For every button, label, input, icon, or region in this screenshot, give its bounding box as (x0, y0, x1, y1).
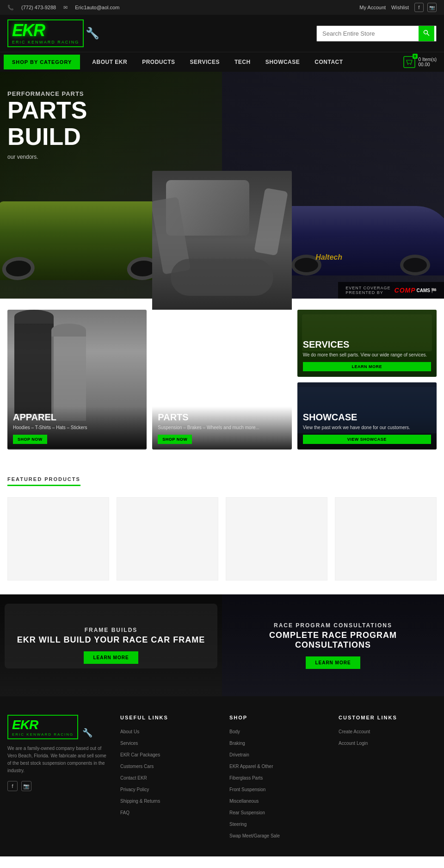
footer-shop-drivetrain[interactable]: Drivetrain (229, 752, 249, 757)
cart-icon[interactable]: 0 0 Item(s) 00.00 (403, 56, 440, 69)
product-item[interactable] (117, 497, 218, 581)
search-box (316, 25, 437, 42)
footer-shop-steering[interactable]: Steering (229, 822, 247, 827)
frame-builds-title: EKR WILL BUILD YOUR RACE CAR FRAME (17, 635, 205, 645)
footer-logo-text: EKR (12, 718, 74, 732)
parts-card[interactable]: PARTS Suspension – Brakes – Wheels and m… (152, 171, 291, 450)
wrench-icon: 🔧 (86, 27, 99, 40)
showcase-title: SHOWCASE (303, 412, 431, 423)
footer-shop-front-suspension[interactable]: Front Suspension (229, 787, 265, 792)
top-bar: 📞 (772) 473-9288 ✉ Eric1auto@aol.com My … (0, 0, 444, 15)
footer-link-shipping[interactable]: Shipping & Returns (120, 799, 160, 804)
footer-customer-links-col: CUSTOMER LINKS Create Account Account Lo… (339, 715, 437, 843)
product-item[interactable] (335, 497, 437, 581)
apparel-shop-now-button[interactable]: SHOP NOW (13, 435, 47, 444)
footer-link-services[interactable]: Services (120, 741, 138, 746)
footer-create-account[interactable]: Create Account (339, 729, 370, 734)
hero-vendors-text: our vendors. (7, 154, 87, 160)
grid-section: APPAREL Hoodies – T-Shirts – Hats – Stic… (0, 299, 444, 461)
showcase-card[interactable]: SHOWCASE View the past work we have done… (297, 382, 437, 450)
footer-shop-misc[interactable]: Miscellaneous (229, 799, 259, 804)
frame-builds-sub: FRAME BUILDS (17, 627, 205, 633)
footer-shop-rear-suspension[interactable]: Rear Suspension (229, 810, 265, 815)
wishlist-link[interactable]: Wishlist (391, 5, 409, 10)
event-coverage-text: EVENT COVERAGE PRESENTED BY (345, 286, 390, 295)
nav-tech[interactable]: TECH (227, 52, 258, 72)
footer-logo-col: EKR ERIC KENWARD RACING 🔧 We are a famil… (7, 715, 109, 843)
footer-link-privacy[interactable]: Privacy Policy (120, 787, 149, 792)
footer-shop-apparel[interactable]: EKR Apparel & Other (229, 764, 273, 769)
footer-instagram-icon[interactable]: 📷 (21, 781, 31, 791)
product-item[interactable] (7, 497, 109, 581)
footer-link-customers-cars[interactable]: Customers Cars (120, 764, 154, 769)
parts-overlay: PARTS Suspension – Brakes – Wheels and m… (152, 406, 291, 450)
nav-contact[interactable]: CONTACT (307, 52, 350, 72)
comp-cams-logo: COMP CAMS 🏁 (395, 287, 437, 294)
apparel-desc: Hoodies – T-Shirts – Hats – Stickers (13, 425, 141, 431)
footer: EKR ERIC KENWARD RACING 🔧 We are a famil… (0, 696, 444, 856)
my-account-link[interactable]: My Account (359, 5, 386, 10)
banners-section: FRAME BUILDS EKR WILL BUILD YOUR RACE CA… (0, 594, 444, 696)
showcase-view-button[interactable]: VIEW SHOWCASE (303, 435, 431, 444)
footer-shop-fiberglass[interactable]: Fiberglass Parts (229, 775, 263, 781)
nav-links: ABOUT EKR PRODUCTS SERVICES TECH SHOWCAS… (85, 52, 350, 72)
frame-builds-learn-more-button[interactable]: LEARN MORE (84, 651, 138, 664)
footer-link-about[interactable]: About Us (120, 729, 139, 734)
hero-bottom-bar: EVENT COVERAGE PRESENTED BY COMP CAMS 🏁 (338, 282, 444, 299)
footer-link-contact-ekr[interactable]: Contact EKR (120, 775, 147, 781)
top-bar-right: My Account Wishlist f 📷 (359, 3, 437, 12)
footer-desc: We are a family-owned company based out … (7, 745, 109, 774)
footer-shop-heading: SHOP (229, 715, 327, 720)
logo-text: EKR (12, 22, 79, 39)
logo-sub: ERIC KENWARD RACING (12, 40, 79, 44)
logo[interactable]: EKR ERIC KENWARD RACING 🔧 (7, 19, 99, 47)
featured-section: FEATURED PRODUCTS (0, 461, 444, 585)
footer-customer-links-list: Create Account Account Login (339, 727, 437, 747)
footer-account-login[interactable]: Account Login (339, 741, 368, 746)
apparel-card[interactable]: APPAREL Hoodies – T-Shirts – Hats – Stic… (7, 310, 147, 450)
footer-link-ekr-packages[interactable]: EKR Car Packages (120, 752, 160, 757)
product-item[interactable] (226, 497, 327, 581)
search-button[interactable] (419, 26, 434, 41)
footer-link-faq[interactable]: FAQ (120, 810, 130, 815)
instagram-icon[interactable]: 📷 (427, 3, 437, 12)
products-grid (7, 497, 437, 581)
header: EKR ERIC KENWARD RACING 🔧 (0, 15, 444, 52)
footer-social-links: f 📷 (7, 781, 109, 791)
footer-shop-body[interactable]: Body (229, 729, 240, 734)
footer-shop-braking[interactable]: Braking (229, 741, 245, 746)
shop-by-category-button[interactable]: SHOP BY CATEGORY (4, 55, 80, 69)
race-program-sub: RACE PROGRAM CONSULTATIONS (231, 622, 435, 629)
haltech-logo: Haltech (315, 253, 342, 262)
footer-facebook-icon[interactable]: f (7, 781, 18, 791)
svg-point-4 (410, 64, 411, 65)
race-program-learn-more-button[interactable]: LEARN MORE (306, 656, 360, 669)
email-link[interactable]: Eric1auto@aol.com (75, 5, 119, 10)
services-overlay: SERVICES We do more then sell parts. Vie… (297, 310, 437, 377)
services-desc: We do more then sell parts. View our wid… (303, 352, 431, 358)
parts-title: PARTS (158, 412, 286, 423)
services-learn-more-button[interactable]: LEARN MORE (303, 362, 431, 371)
footer-useful-links-col: USEFUL LINKS About Us Services EKR Car P… (120, 715, 218, 843)
nav-products[interactable]: PRODUCTS (135, 52, 182, 72)
footer-shop-swap-meet[interactable]: Swap Meet/Garage Sale (229, 833, 280, 838)
parts-shop-now-button[interactable]: SHOP NOW (158, 435, 192, 444)
main-nav: SHOP BY CATEGORY ABOUT EKR PRODUCTS SERV… (0, 52, 444, 72)
services-card[interactable]: SERVICES We do more then sell parts. Vie… (297, 310, 437, 377)
race-program-title: COMPLETE RACE PROGRAM CONSULTATIONS (231, 631, 435, 650)
logo-box: EKR ERIC KENWARD RACING (7, 19, 84, 47)
phone-link[interactable]: (772) 473-9288 (21, 5, 56, 10)
nav-about-ekr[interactable]: ABOUT EKR (85, 52, 135, 72)
footer-logo-box: EKR ERIC KENWARD RACING (7, 715, 78, 739)
services-title: SERVICES (303, 339, 431, 350)
showcase-desc: View the past work we have done for our … (303, 425, 431, 431)
svg-point-0 (424, 30, 428, 34)
hero-text: PERFORMANCE PARTS PARTS BUILD our vendor… (7, 90, 87, 160)
nav-showcase[interactable]: SHOWCASE (258, 52, 308, 72)
search-input[interactable] (317, 26, 419, 41)
showcase-overlay: SHOWCASE View the past work we have done… (297, 382, 437, 450)
nav-services[interactable]: SERVICES (182, 52, 227, 72)
email-icon: ✉ (63, 5, 68, 11)
facebook-icon[interactable]: f (414, 3, 424, 12)
footer-useful-links-list: About Us Services EKR Car Packages Custo… (120, 727, 218, 816)
